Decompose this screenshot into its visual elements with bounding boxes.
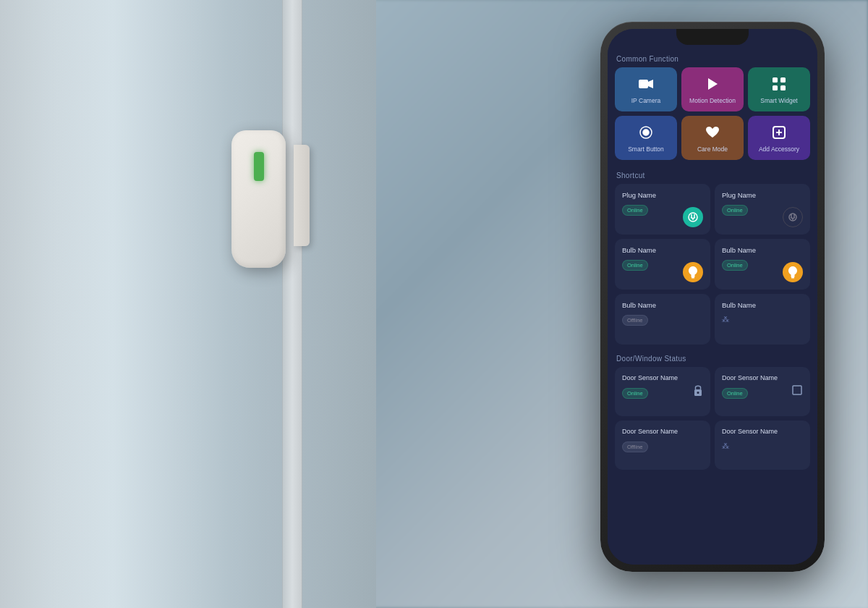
bulb4-status: ⁂: [722, 316, 729, 324]
btn-care-mode[interactable]: Care Mode: [681, 116, 744, 160]
door4-name: Door Sensor Name: [722, 428, 803, 435]
svg-rect-5: [773, 85, 778, 90]
door-rail: [282, 0, 302, 608]
phone-screen: Common Function IP Camera: [608, 29, 817, 565]
door3-name: Door Sensor Name: [622, 428, 703, 435]
sensor-led: [254, 152, 264, 181]
plug1-name: Plug Name: [622, 191, 703, 199]
ip-camera-label: IP Camera: [631, 97, 660, 104]
bulb2-name: Bulb Name: [722, 246, 803, 254]
door-card-4[interactable]: Door Sensor Name ⁂: [715, 421, 810, 470]
bulb2-status: Online: [722, 260, 748, 271]
btn-smart-button[interactable]: Smart Button: [615, 116, 677, 160]
motion-detection-icon: [703, 75, 722, 93]
svg-rect-24: [793, 386, 801, 394]
btn-ip-camera[interactable]: IP Camera: [615, 67, 677, 111]
btn-add-accessory[interactable]: Add Accessory: [748, 116, 810, 160]
phone-notch: [676, 29, 749, 45]
plug1-status: Online: [622, 205, 648, 216]
smart-button-icon: [637, 123, 655, 142]
plug1-icon: [683, 207, 703, 227]
ip-camera-icon: [637, 75, 655, 93]
shortcut-card-bulb3[interactable]: Bulb Name Offline: [615, 294, 710, 345]
bulb1-status: Online: [622, 260, 648, 271]
btn-smart-widget[interactable]: Smart Widget: [748, 67, 810, 111]
svg-marker-2: [708, 78, 718, 90]
bulb4-name: Bulb Name: [722, 301, 803, 309]
svg-rect-6: [780, 85, 786, 90]
app-content[interactable]: Common Function IP Camera: [608, 29, 817, 565]
bulb3-name: Bulb Name: [622, 301, 703, 309]
door2-name: Door Sensor Name: [722, 374, 803, 381]
smart-widget-label: Smart Widget: [760, 97, 798, 104]
plug2-name: Plug Name: [722, 191, 803, 199]
add-accessory-label: Add Accessory: [759, 145, 799, 153]
door-card-1[interactable]: Door Sensor Name Online: [615, 367, 710, 416]
shortcut-card-plug2[interactable]: Plug Name Online: [715, 184, 810, 235]
smart-widget-icon: [770, 75, 788, 93]
plug2-icon: [783, 207, 803, 227]
door3-status: Offline: [622, 442, 648, 452]
bulb1-icon: [683, 262, 703, 282]
shortcut-card-plug1[interactable]: Plug Name Online: [615, 184, 710, 235]
svg-rect-20: [692, 277, 694, 279]
care-mode-label: Care Mode: [697, 145, 728, 153]
phone: Common Function IP Camera: [600, 22, 825, 572]
bulb1-name: Bulb Name: [622, 246, 703, 254]
svg-point-23: [697, 392, 699, 394]
svg-marker-1: [648, 80, 653, 88]
door1-name: Door Sensor Name: [622, 374, 703, 381]
door1-status: Online: [622, 388, 648, 399]
door2-icon: [791, 384, 803, 399]
section-shortcut: Shortcut: [608, 166, 817, 184]
svg-point-12: [689, 213, 697, 221]
shortcut-card-bulb2[interactable]: Bulb Name Online: [715, 239, 810, 290]
svg-rect-0: [639, 80, 648, 88]
door1-icon: [693, 384, 703, 400]
shortcut-card-bulb4[interactable]: Bulb Name ⁂: [715, 294, 810, 345]
phone-outer: Common Function IP Camera: [600, 22, 825, 572]
bulb3-status: Offline: [622, 315, 648, 326]
sensor-body: [231, 130, 286, 268]
svg-rect-4: [780, 77, 786, 83]
shortcut-card-bulb1[interactable]: Bulb Name Online: [615, 239, 710, 290]
motion-detection-label: Motion Detection: [689, 97, 736, 104]
door2-status: Online: [722, 388, 748, 399]
btn-motion-detection[interactable]: Motion Detection: [681, 67, 744, 111]
common-function-grid: IP Camera Motion Detection: [608, 67, 817, 166]
svg-point-8: [643, 130, 649, 135]
care-mode-icon: [703, 123, 722, 142]
glass-panel: [0, 0, 376, 608]
smart-button-label: Smart Button: [628, 145, 664, 153]
door-sensor-device: [231, 130, 297, 275]
shortcut-grid: Plug Name Online: [608, 184, 817, 349]
svg-rect-3: [773, 77, 778, 83]
door4-status: ⁂: [722, 442, 729, 450]
door-grid: Door Sensor Name Online Door Sensor: [608, 367, 817, 477]
section-door-window: Door/Window Status: [608, 349, 817, 367]
svg-rect-21: [791, 277, 794, 279]
door-card-2[interactable]: Door Sensor Name Online: [715, 367, 810, 416]
door-card-3[interactable]: Door Sensor Name Offline: [615, 421, 710, 470]
plug2-status: Online: [722, 205, 748, 216]
section-common-function: Common Function: [608, 49, 817, 67]
bulb2-icon: [783, 262, 803, 282]
sensor-mount: [294, 145, 310, 246]
add-accessory-icon: [770, 123, 788, 142]
